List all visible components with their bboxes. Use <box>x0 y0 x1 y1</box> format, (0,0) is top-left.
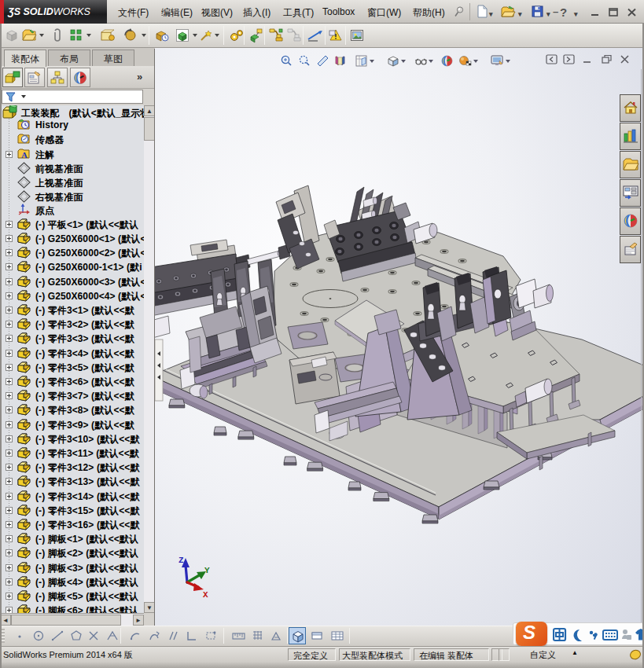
svg-text:A: A <box>21 150 28 160</box>
svg-text:Z: Z <box>178 556 184 565</box>
svg-text:Y: Y <box>204 566 210 575</box>
svg-text:X: X <box>203 590 208 600</box>
